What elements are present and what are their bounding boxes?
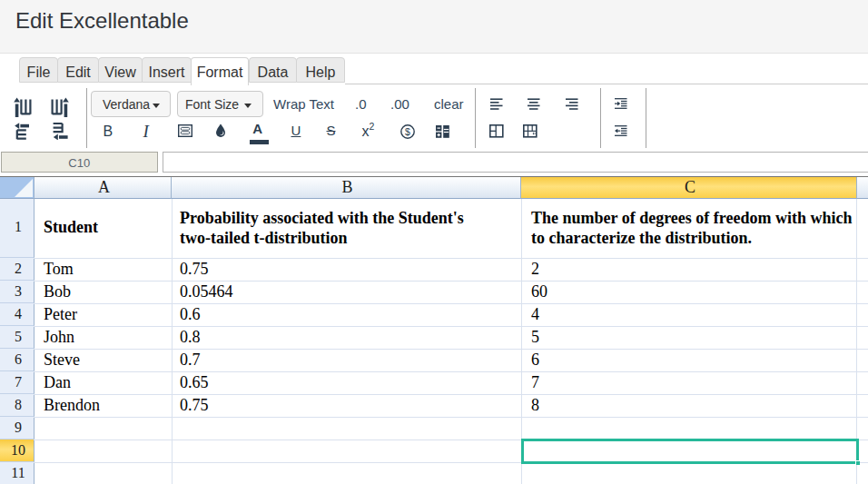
svg-text:$: $ — [405, 126, 410, 137]
